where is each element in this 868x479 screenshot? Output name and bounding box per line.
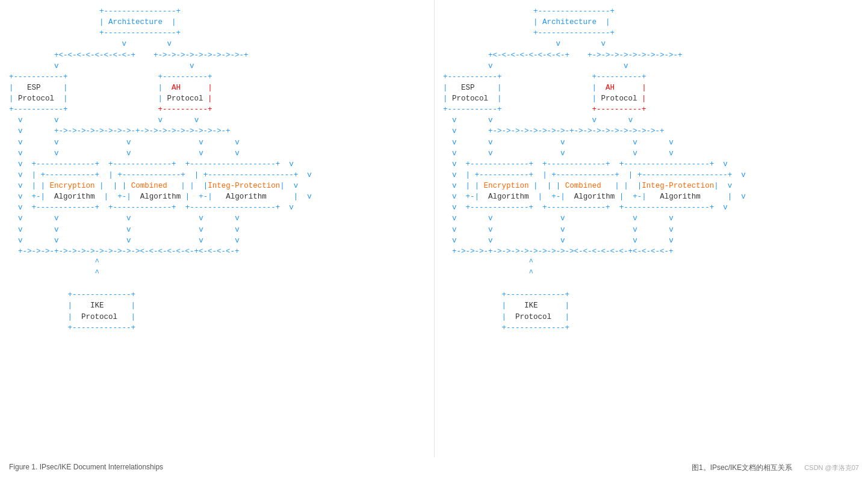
left-diagram-content: +----------------+ | Architecture | +---… <box>9 6 425 333</box>
footer: Figure 1. IPsec/IKE Document Interrelati… <box>0 463 868 473</box>
footer-right: 图1。IPsec/IKE文档的相互关系 CSDN @李洛克07 <box>692 463 859 473</box>
csdn-label: CSDN @李洛克07 <box>804 463 859 472</box>
main-container: +----------------+ | Architecture | +---… <box>0 0 868 479</box>
right-diagram: +----------------+ | Architecture | +---… <box>434 0 868 479</box>
left-diagram: +----------------+ | Architecture | +---… <box>0 0 434 479</box>
footer-right-text: 图1。IPsec/IKE文档的相互关系 <box>692 463 792 473</box>
right-diagram-content: +----------------+ | Architecture | +---… <box>443 6 859 333</box>
footer-left-text: Figure 1. IPsec/IKE Document Interrelati… <box>9 463 163 473</box>
